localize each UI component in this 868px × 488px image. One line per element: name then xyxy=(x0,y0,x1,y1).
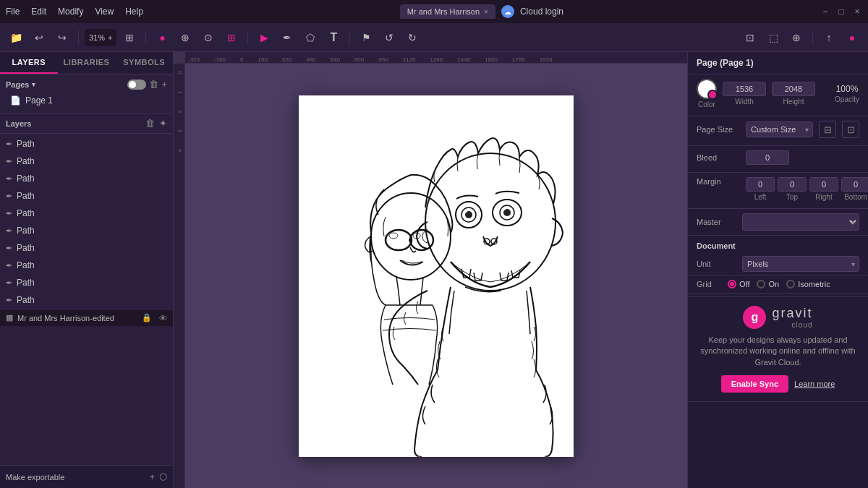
document-tab[interactable]: Mr and Mrs Harrison × xyxy=(400,4,495,19)
master-select[interactable] xyxy=(742,213,859,231)
pages-button[interactable]: ⊡ xyxy=(740,27,760,48)
more-button[interactable]: ⊕ xyxy=(786,27,807,48)
zoom-value: 31% xyxy=(89,33,105,42)
menu-view[interactable]: View xyxy=(95,7,114,17)
page-icon: 📄 xyxy=(10,95,21,106)
text-tool[interactable]: T xyxy=(323,27,344,48)
ruler-top-content: -320 -160 0 160 320 480 640 800 960 1120… xyxy=(185,52,566,63)
enable-sync-button[interactable]: Enable Sync xyxy=(721,375,788,393)
eye-icon[interactable]: 👁 xyxy=(159,314,167,322)
pages-section: Pages ▾ 🗑 + 📄 Page 1 xyxy=(0,74,173,114)
redo-button[interactable]: ↪ xyxy=(52,27,72,48)
layer-path-4[interactable]: ✒ Path xyxy=(0,187,173,205)
open-button[interactable]: 📁 xyxy=(6,27,26,48)
layer-path-2[interactable]: ✒ Path xyxy=(0,153,173,170)
page-resize-btn[interactable]: ⊡ xyxy=(842,121,859,138)
layer-path-3[interactable]: ✒ Path xyxy=(0,170,173,187)
grid-off-label: Off xyxy=(739,280,749,288)
line-art-svg xyxy=(299,95,574,457)
layers-add-button[interactable]: ✦ xyxy=(159,118,167,129)
maximize-button[interactable]: □ xyxy=(836,7,846,17)
cloud-login-link[interactable]: Cloud login xyxy=(520,7,563,17)
menu-file[interactable]: File xyxy=(6,7,20,17)
layer-group-item[interactable]: ▦ Mr and Mrs Harrison-edited 🔒 👁 xyxy=(0,309,173,326)
close-button[interactable]: × xyxy=(852,7,862,17)
margin-bottom-input[interactable] xyxy=(841,177,868,192)
shape-tool[interactable]: ⬠ xyxy=(300,27,320,48)
layer-path-1[interactable]: ✒ Path xyxy=(0,135,173,153)
page-1-item[interactable]: 📄 Page 1 xyxy=(6,93,167,108)
height-input[interactable] xyxy=(772,82,815,96)
master-label: Master xyxy=(697,218,736,226)
layer-path-2-icon: ✒ xyxy=(6,157,12,166)
divider4 xyxy=(349,30,350,45)
margin-left-input[interactable] xyxy=(746,177,775,192)
grid-off-option[interactable]: Off xyxy=(728,280,749,288)
width-input[interactable] xyxy=(723,82,766,96)
layer-path-10[interactable]: ✒ Path xyxy=(0,291,173,309)
margin-right-label: Right xyxy=(815,193,832,201)
share-button[interactable]: ● xyxy=(842,27,862,48)
canvas-wrapper[interactable] xyxy=(185,64,687,488)
layer-path-9[interactable]: ✒ Path xyxy=(0,274,173,291)
grid-on-option[interactable]: On xyxy=(757,280,779,288)
page-size-select[interactable]: Custom Size xyxy=(746,121,813,137)
components-button[interactable]: ⬚ xyxy=(763,27,783,48)
margin-top-input[interactable] xyxy=(778,177,807,192)
menu-modify[interactable]: Modify xyxy=(58,7,83,17)
color-fill-button[interactable]: ● xyxy=(152,27,172,48)
layer-path-7-label: Path xyxy=(17,243,35,253)
tab-symbols[interactable]: SYMBOLS xyxy=(115,52,173,74)
grid-row: Grid Off On Isometric xyxy=(688,275,868,294)
menu-edit[interactable]: Edit xyxy=(31,7,46,17)
export-add-button[interactable]: + xyxy=(149,471,155,482)
svg-point-4 xyxy=(389,233,398,239)
layer-path-5-icon: ✒ xyxy=(6,209,12,218)
rotate-right-button[interactable]: ↻ xyxy=(402,27,422,48)
layer-path-8[interactable]: ✒ Path xyxy=(0,257,173,274)
close-tab-icon[interactable]: × xyxy=(484,8,488,16)
main-area: LAYERS LIBRARIES SYMBOLS Pages ▾ 🗑 + 📄 P… xyxy=(0,52,868,488)
fit-button[interactable]: ⊞ xyxy=(119,27,140,48)
pages-delete-button[interactable]: 🗑 xyxy=(149,79,158,90)
grid-isometric-option[interactable]: Isometric xyxy=(786,280,830,288)
pages-toggle[interactable] xyxy=(127,80,146,90)
tab-libraries[interactable]: LIBRARIES xyxy=(58,52,116,74)
opacity-value: 100% xyxy=(836,84,859,94)
minimize-button[interactable]: − xyxy=(820,7,830,17)
learn-more-link[interactable]: Learn more xyxy=(794,380,835,388)
layer-path-5[interactable]: ✒ Path xyxy=(0,205,173,222)
color-swatch[interactable] xyxy=(697,79,717,99)
margin-right-input[interactable] xyxy=(809,177,838,192)
pages-add-button[interactable]: + xyxy=(161,79,167,90)
layers-section: Layers 🗑 ✦ ✒ Path ✒ Path ✒ Path xyxy=(0,114,173,465)
unit-select[interactable]: Pixels xyxy=(742,256,859,272)
grid-button[interactable]: ⊞ xyxy=(221,27,242,48)
grid-isometric-radio xyxy=(786,280,795,288)
rotate-left-button[interactable]: ↺ xyxy=(379,27,399,48)
undo-button[interactable]: ↩ xyxy=(29,27,49,48)
layer-path-7[interactable]: ✒ Path xyxy=(0,239,173,257)
width-group: Width xyxy=(723,82,766,106)
layer-path-9-label: Path xyxy=(17,278,35,288)
layer-path-1-label: Path xyxy=(17,139,35,149)
page-orient-btn[interactable]: ⊟ xyxy=(819,121,836,138)
magnet-button[interactable]: ⊕ xyxy=(175,27,195,48)
layer-path-6[interactable]: ✒ Path xyxy=(0,222,173,239)
layers-delete-button[interactable]: 🗑 xyxy=(145,118,155,129)
tab-layers[interactable]: LAYERS xyxy=(0,52,58,74)
bleed-input[interactable] xyxy=(746,150,789,165)
bleed-section: Bleed xyxy=(688,146,868,173)
color-dims-row: Color Width Height 100% Opacity xyxy=(688,74,868,113)
pen-tool[interactable]: ✒ xyxy=(277,27,297,48)
svg-point-6 xyxy=(425,153,556,291)
zoom-plus[interactable]: + xyxy=(108,33,112,42)
pages-chevron[interactable]: ▾ xyxy=(32,81,35,88)
flag-button[interactable]: ⚑ xyxy=(356,27,376,48)
snap-button[interactable]: ⊙ xyxy=(198,27,218,48)
export-button[interactable]: ↑ xyxy=(819,27,839,48)
menu-help[interactable]: Help xyxy=(125,7,143,17)
page-1-label: Page 1 xyxy=(25,95,53,106)
export-share-button[interactable]: ⬡ xyxy=(159,471,167,482)
cursor-tool[interactable]: ▶ xyxy=(254,27,274,48)
